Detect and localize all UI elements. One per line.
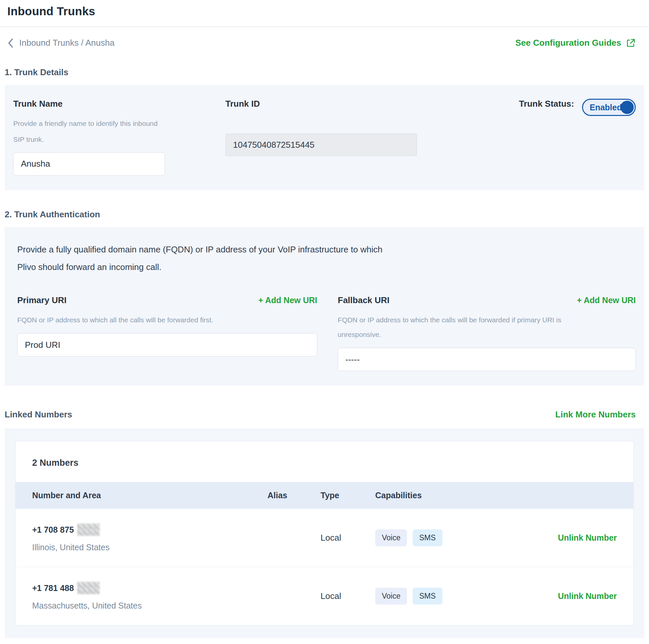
trunk-details-panel: Trunk Name Provide a friendly name to id… xyxy=(5,85,644,190)
chevron-left-icon xyxy=(8,38,13,48)
capability-badge-sms: SMS xyxy=(413,588,442,605)
linked-numbers-panel: 2 Numbers Number and Area Alias Type Cap… xyxy=(5,428,644,638)
trunk-name-help: Provide a friendly name to identify this… xyxy=(13,116,169,148)
primary-uri-field: Primary URI + Add New URI FQDN or IP add… xyxy=(17,295,317,371)
trunk-auth-intro: Provide a fully qualified domain name (F… xyxy=(13,241,385,276)
column-type: Type xyxy=(320,491,375,500)
section-heading-trunk-details: 1. Trunk Details xyxy=(5,67,649,78)
fallback-uri-help: FQDN or IP address to which the calls wi… xyxy=(338,313,570,342)
table-row: +1 781 488 Massachusetts, United States … xyxy=(15,567,634,625)
unlink-number-link[interactable]: Unlink Number xyxy=(558,533,617,543)
linked-numbers-heading: Linked Numbers xyxy=(5,409,72,420)
number-and-area-cell: +1 708 875 Illinois, United States xyxy=(32,523,267,552)
type-cell: Local xyxy=(320,591,375,601)
trunk-id-field: Trunk ID 10475040872515445 xyxy=(225,99,451,176)
trunk-status-label: Trunk Status: xyxy=(519,99,574,109)
primary-uri-label: Primary URI xyxy=(17,295,67,306)
fallback-uri-label: Fallback URI xyxy=(338,295,389,306)
trunk-id-value: 10475040872515445 xyxy=(225,134,417,156)
breadcrumb-label: Inbound Trunks / Anusha xyxy=(19,38,115,48)
number-area: Illinois, United States xyxy=(32,543,267,552)
trunk-status-state: Enabled xyxy=(590,103,622,112)
capability-badge-voice: Voice xyxy=(375,530,407,546)
link-more-numbers-link[interactable]: Link More Numbers xyxy=(555,409,636,420)
numbers-count: 2 Numbers xyxy=(15,441,634,482)
type-cell: Local xyxy=(320,533,375,543)
numbers-card: 2 Numbers Number and Area Alias Type Cap… xyxy=(15,441,634,626)
phone-number: +1 708 875 xyxy=(32,523,267,536)
see-configuration-guides-label: See Configuration Guides xyxy=(515,38,621,48)
primary-uri-help: FQDN or IP address to which all the call… xyxy=(17,313,317,327)
unlink-number-link[interactable]: Unlink Number xyxy=(558,591,617,601)
section-heading-trunk-authentication: 2. Trunk Authentication xyxy=(5,210,649,220)
table-row: +1 708 875 Illinois, United States Local… xyxy=(15,508,634,567)
number-area: Massachusetts, United States xyxy=(32,601,267,610)
trunk-name-field: Trunk Name Provide a friendly name to id… xyxy=(13,99,225,176)
external-link-icon xyxy=(626,38,636,48)
page-header: Inbound Trunks xyxy=(0,0,649,27)
capability-badge-voice: Voice xyxy=(375,588,407,605)
fallback-uri-field: Fallback URI + Add New URI FQDN or IP ad… xyxy=(338,295,636,371)
trunk-auth-panel: Provide a fully qualified domain name (F… xyxy=(5,227,644,386)
capabilities-cell: Voice SMS xyxy=(375,588,541,605)
redacted-digits xyxy=(77,582,100,594)
column-capabilities: Capabilities xyxy=(375,491,541,500)
capability-badge-sms: SMS xyxy=(413,530,442,546)
phone-number-text: +1 708 875 xyxy=(32,525,74,535)
number-and-area-cell: +1 781 488 Massachusetts, United States xyxy=(32,582,267,610)
breadcrumb-row: Inbound Trunks / Anusha See Configuratio… xyxy=(8,38,636,48)
see-configuration-guides-link[interactable]: See Configuration Guides xyxy=(515,38,636,48)
column-alias: Alias xyxy=(267,491,320,500)
primary-add-new-uri-link[interactable]: + Add New URI xyxy=(258,295,317,305)
phone-number-text: +1 781 488 xyxy=(32,583,74,593)
trunk-status-toggle[interactable]: Enabled xyxy=(582,99,636,116)
trunk-id-label: Trunk ID xyxy=(225,99,451,109)
trunk-name-input[interactable] xyxy=(13,152,165,176)
toggle-knob xyxy=(620,101,634,114)
linked-numbers-header: Linked Numbers Link More Numbers xyxy=(5,409,636,420)
fallback-add-new-uri-link[interactable]: + Add New URI xyxy=(577,295,636,305)
page-title: Inbound Trunks xyxy=(7,5,649,18)
redacted-digits xyxy=(77,523,100,536)
trunk-name-label: Trunk Name xyxy=(13,99,225,109)
column-number-and-area: Number and Area xyxy=(32,491,267,500)
fallback-uri-input[interactable] xyxy=(338,348,636,371)
trunk-status-field: Trunk Status: Enabled xyxy=(451,99,636,176)
numbers-table-header: Number and Area Alias Type Capabilities xyxy=(15,482,634,508)
primary-uri-input[interactable] xyxy=(17,333,317,357)
breadcrumb[interactable]: Inbound Trunks / Anusha xyxy=(8,38,115,48)
phone-number: +1 781 488 xyxy=(32,582,267,594)
capabilities-cell: Voice SMS xyxy=(375,530,541,546)
